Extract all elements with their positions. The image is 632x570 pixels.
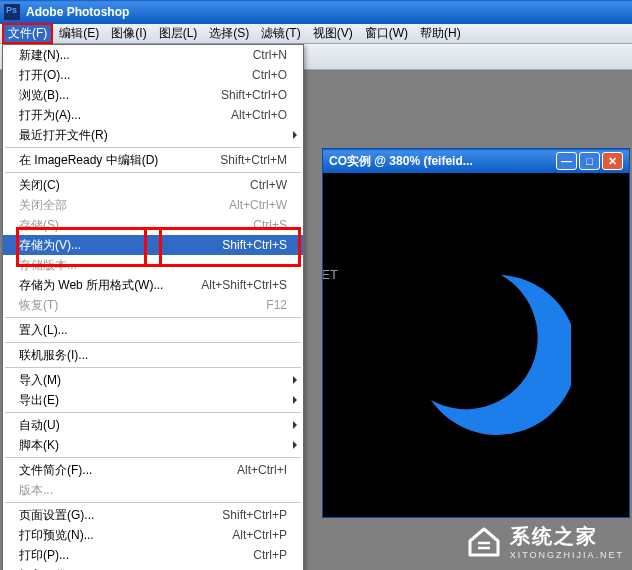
- menu-item[interactable]: 在 ImageReady 中编辑(D)Shift+Ctrl+M: [3, 150, 303, 170]
- menu-item-label: 关闭全部: [19, 197, 177, 214]
- menu-item: 存储(S)Ctrl+S: [3, 215, 303, 235]
- menu-window[interactable]: 窗口(W): [359, 23, 414, 44]
- menu-separator: [5, 147, 301, 148]
- menu-item-label: 页面设置(G)...: [19, 507, 177, 524]
- maximize-button[interactable]: □: [579, 152, 600, 170]
- menu-item[interactable]: 打印预览(N)...Alt+Ctrl+P: [3, 525, 303, 545]
- file-menu: 新建(N)...Ctrl+N打开(O)...Ctrl+O浏览(B)...Shif…: [2, 44, 304, 570]
- menu-item-shortcut: Shift+Ctrl+O: [177, 88, 287, 102]
- menu-separator: [5, 502, 301, 503]
- menu-item-label: 打开(O)...: [19, 67, 177, 84]
- menu-select[interactable]: 选择(S): [203, 23, 255, 44]
- menu-item: 恢复(T)F12: [3, 295, 303, 315]
- menu-item[interactable]: 打开(O)...Ctrl+O: [3, 65, 303, 85]
- menu-separator: [5, 412, 301, 413]
- brand-en: XITONGZHIJIA.NET: [510, 550, 624, 560]
- menu-item-shortcut: F12: [177, 298, 287, 312]
- menu-view[interactable]: 视图(V): [307, 23, 359, 44]
- menu-item[interactable]: 页面设置(G)...Shift+Ctrl+P: [3, 505, 303, 525]
- menu-item-shortcut: Alt+Ctrl+W: [177, 198, 287, 212]
- menu-item-label: 新建(N)...: [19, 47, 177, 64]
- menu-item-shortcut: Ctrl+O: [177, 68, 287, 82]
- menu-item-label: 导入(M): [19, 372, 287, 389]
- menu-item-label: 存储为 Web 所用格式(W)...: [19, 277, 177, 294]
- menu-item-label: 打开为(A)...: [19, 107, 177, 124]
- menu-item[interactable]: 自动(U): [3, 415, 303, 435]
- menu-image[interactable]: 图像(I): [105, 23, 152, 44]
- menu-item[interactable]: 导入(M): [3, 370, 303, 390]
- menu-item-label: 关闭(C): [19, 177, 177, 194]
- menu-item[interactable]: 新建(N)...Ctrl+N: [3, 45, 303, 65]
- menu-edit[interactable]: 编辑(E): [53, 23, 105, 44]
- menu-item-label: 打印一份(Y): [19, 567, 177, 571]
- menu-item-shortcut: Alt+Shift+Ctrl+S: [177, 278, 287, 292]
- menu-item: 存储版本...: [3, 255, 303, 275]
- menu-item-shortcut: Shift+Ctrl+M: [177, 153, 287, 167]
- moon-shape: [381, 250, 571, 440]
- brand-cn: 系统之家: [510, 523, 624, 550]
- menu-item-shortcut: Ctrl+S: [177, 218, 287, 232]
- app-title: Adobe Photoshop: [26, 5, 129, 19]
- document-window: CO实例 @ 380% (feifeid... — □ ✕ ome.NET: [322, 148, 630, 518]
- menu-separator: [5, 342, 301, 343]
- menu-item[interactable]: 打印一份(Y)Alt+Shift+Ctrl+P: [3, 565, 303, 570]
- menu-separator: [5, 457, 301, 458]
- menu-item-shortcut: Shift+Ctrl+S: [177, 238, 287, 252]
- menu-separator: [5, 367, 301, 368]
- menu-item: 关闭全部Alt+Ctrl+W: [3, 195, 303, 215]
- minimize-button[interactable]: —: [556, 152, 577, 170]
- menu-item-shortcut: Alt+Ctrl+O: [177, 108, 287, 122]
- menu-item-label: 脚本(K): [19, 437, 287, 454]
- menu-item-label: 文件简介(F)...: [19, 462, 177, 479]
- canvas[interactable]: ome.NET: [323, 173, 629, 517]
- menu-item-label: 版本...: [19, 482, 287, 499]
- menu-item[interactable]: 最近打开文件(R): [3, 125, 303, 145]
- menu-item[interactable]: 置入(L)...: [3, 320, 303, 340]
- menu-item-shortcut: Alt+Ctrl+P: [177, 528, 287, 542]
- menu-item-shortcut: Ctrl+W: [177, 178, 287, 192]
- menu-filter[interactable]: 滤镜(T): [255, 23, 306, 44]
- menu-item[interactable]: 导出(E): [3, 390, 303, 410]
- menu-item-label: 打印(P)...: [19, 547, 177, 564]
- menu-help[interactable]: 帮助(H): [414, 23, 467, 44]
- menu-item[interactable]: 关闭(C)Ctrl+W: [3, 175, 303, 195]
- menu-item[interactable]: 存储为 Web 所用格式(W)...Alt+Shift+Ctrl+S: [3, 275, 303, 295]
- menu-item-label: 导出(E): [19, 392, 287, 409]
- menu-item-label: 存储为(V)...: [19, 237, 177, 254]
- menu-item-shortcut: Alt+Ctrl+I: [177, 463, 287, 477]
- menu-item-label: 存储(S): [19, 217, 177, 234]
- menu-item-shortcut: Ctrl+P: [177, 548, 287, 562]
- menu-item-label: 联机服务(I)...: [19, 347, 287, 364]
- menubar: 文件(F) 编辑(E) 图像(I) 图层(L) 选择(S) 滤镜(T) 视图(V…: [0, 24, 632, 44]
- brand-logo-icon: [466, 525, 502, 559]
- menu-separator: [5, 317, 301, 318]
- menu-item: 版本...: [3, 480, 303, 500]
- doc-titlebar[interactable]: CO实例 @ 380% (feifeid... — □ ✕: [323, 149, 629, 173]
- menu-item[interactable]: 脚本(K): [3, 435, 303, 455]
- menu-separator: [5, 172, 301, 173]
- menu-item[interactable]: 打开为(A)...Alt+Ctrl+O: [3, 105, 303, 125]
- menu-item[interactable]: 存储为(V)...Shift+Ctrl+S: [3, 235, 303, 255]
- menu-item-label: 最近打开文件(R): [19, 127, 287, 144]
- menu-item-label: 自动(U): [19, 417, 287, 434]
- menu-item-label: 打印预览(N)...: [19, 527, 177, 544]
- app-titlebar: Adobe Photoshop: [0, 0, 632, 24]
- menu-item-shortcut: Shift+Ctrl+P: [177, 508, 287, 522]
- menu-layer[interactable]: 图层(L): [153, 23, 204, 44]
- menu-item[interactable]: 浏览(B)...Shift+Ctrl+O: [3, 85, 303, 105]
- menu-file[interactable]: 文件(F): [2, 23, 53, 44]
- brand-watermark: 系统之家 XITONGZHIJIA.NET: [466, 523, 624, 560]
- watermark-text: ome.NET: [323, 267, 338, 282]
- close-button[interactable]: ✕: [602, 152, 623, 170]
- menu-item-label: 恢复(T): [19, 297, 177, 314]
- menu-item[interactable]: 联机服务(I)...: [3, 345, 303, 365]
- menu-item-shortcut: Ctrl+N: [177, 48, 287, 62]
- doc-title: CO实例 @ 380% (feifeid...: [329, 153, 554, 170]
- photoshop-icon: [4, 4, 20, 20]
- menu-item-label: 置入(L)...: [19, 322, 287, 339]
- menu-item[interactable]: 打印(P)...Ctrl+P: [3, 545, 303, 565]
- menu-item-label: 存储版本...: [19, 257, 287, 274]
- menu-item-label: 在 ImageReady 中编辑(D): [19, 152, 177, 169]
- menu-item[interactable]: 文件简介(F)...Alt+Ctrl+I: [3, 460, 303, 480]
- menu-item-label: 浏览(B)...: [19, 87, 177, 104]
